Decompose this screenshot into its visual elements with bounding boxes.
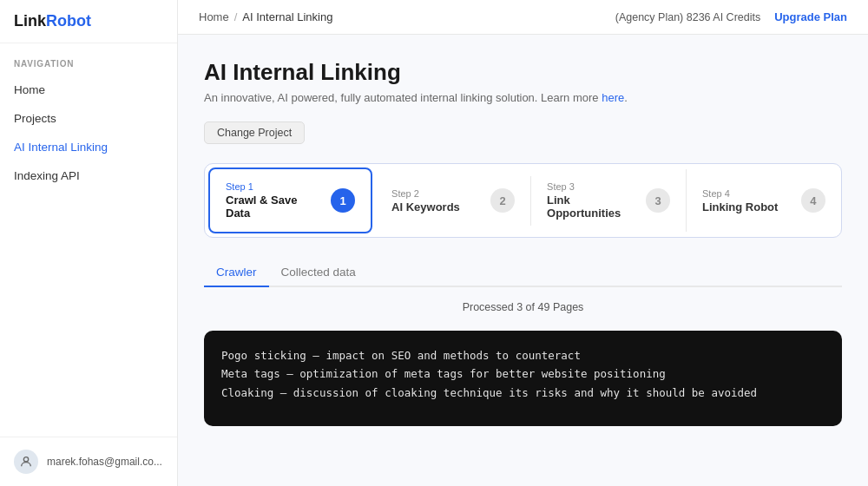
step-4-number: 4 <box>801 188 825 213</box>
tabs-row: Crawler Collected data <box>204 259 842 287</box>
sidebar-item-projects[interactable]: Projects <box>0 104 177 133</box>
sidebar: LinkRobot NAVIGATION Home Projects AI In… <box>0 0 178 486</box>
step-2-label: Step 2 <box>391 188 460 199</box>
step-3[interactable]: Step 3 Link Opportunities 3 <box>531 169 687 232</box>
topbar: Home / AI Internal Linking (Agency Plan)… <box>178 0 868 35</box>
step-4-info: Step 4 Linking Robot <box>702 188 778 213</box>
log-line-1: Pogo sticking – impact on SEO and method… <box>221 346 825 364</box>
step-2-info: Step 2 AI Keywords <box>391 188 460 213</box>
user-email: marek.fohas@gmail.co... <box>47 456 162 468</box>
step-4-name: Linking Robot <box>702 200 778 213</box>
step-3-number: 3 <box>646 188 670 213</box>
avatar <box>14 450 38 474</box>
page-subtitle: An innovative, AI powered, fully automat… <box>204 91 842 104</box>
page-content: AI Internal Linking An innovative, AI po… <box>178 35 868 486</box>
step-1-label: Step 1 <box>226 181 320 192</box>
credits-text: (Agency Plan) 8236 AI Credits <box>615 11 760 23</box>
topbar-right: (Agency Plan) 8236 AI Credits Upgrade Pl… <box>615 10 847 23</box>
log-terminal: Pogo sticking – impact on SEO and method… <box>204 331 842 426</box>
step-3-name: Link Opportunities <box>547 194 635 220</box>
step-1-name: Crawl & Save Data <box>226 194 320 220</box>
breadcrumb: Home / AI Internal Linking <box>199 10 332 23</box>
svg-point-0 <box>23 457 28 462</box>
step-2[interactable]: Step 2 AI Keywords 2 <box>376 176 531 226</box>
app-logo: LinkRobot <box>0 0 177 43</box>
step-4-label: Step 4 <box>702 188 778 199</box>
breadcrumb-separator: / <box>234 10 238 23</box>
step-1[interactable]: Step 1 Crawl & Save Data 1 <box>208 167 372 233</box>
step-2-name: AI Keywords <box>391 200 460 213</box>
sidebar-item-home[interactable]: Home <box>0 76 177 104</box>
steps-row: Step 1 Crawl & Save Data 1 Step 2 AI Key… <box>204 163 842 238</box>
main-content: Home / AI Internal Linking (Agency Plan)… <box>178 0 868 486</box>
step-1-number: 1 <box>331 188 355 213</box>
step-1-info: Step 1 Crawl & Save Data <box>226 181 320 220</box>
sidebar-item-indexing-api[interactable]: Indexing API <box>0 161 177 190</box>
subtitle-text: An innovative, AI powered, fully automat… <box>204 91 599 104</box>
page-title: AI Internal Linking <box>204 59 842 86</box>
change-project-button[interactable]: Change Project <box>204 122 305 144</box>
breadcrumb-home[interactable]: Home <box>199 10 229 23</box>
upgrade-plan-button[interactable]: Upgrade Plan <box>774 10 847 23</box>
step-3-info: Step 3 Link Opportunities <box>547 181 635 220</box>
progress-section: Processed 3 of 49 Pages <box>204 301 842 319</box>
step-2-number: 2 <box>490 188 515 213</box>
log-line-3: Cloaking – discussion of cloaking techni… <box>221 384 825 402</box>
tab-crawler[interactable]: Crawler <box>204 259 269 287</box>
step-3-label: Step 3 <box>547 181 635 192</box>
progress-label: Processed 3 of 49 Pages <box>204 301 842 313</box>
step-4[interactable]: Step 4 Linking Robot 4 <box>687 176 841 226</box>
nav-label: NAVIGATION <box>0 43 177 76</box>
breadcrumb-current: AI Internal Linking <box>242 10 332 23</box>
tab-collected-data[interactable]: Collected data <box>269 259 368 287</box>
here-link[interactable]: here <box>602 91 624 104</box>
log-line-2: Meta tags – optimization of meta tags fo… <box>221 364 825 383</box>
sidebar-footer: marek.fohas@gmail.co... <box>0 437 177 486</box>
sidebar-item-ai-internal-linking[interactable]: AI Internal Linking <box>0 133 177 161</box>
